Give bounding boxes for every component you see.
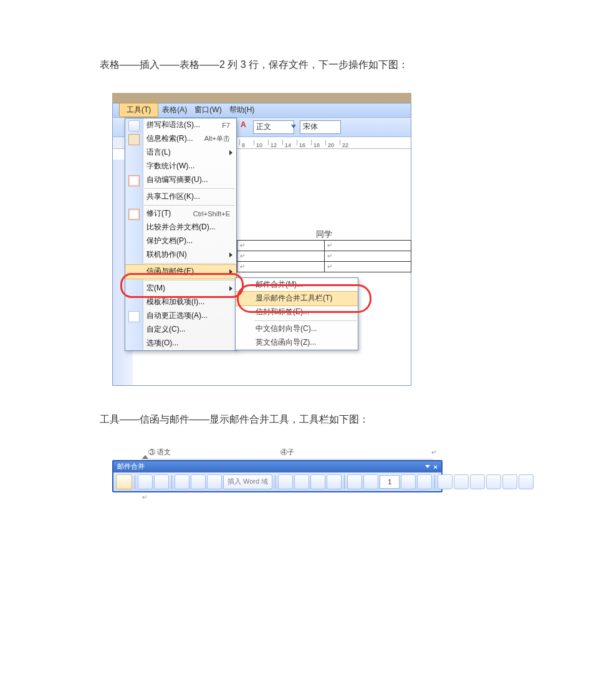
letters-submenu: 邮件合并(M)... 显示邮件合并工具栏(T) 信封和标签(E)... 中文信封… bbox=[235, 277, 358, 350]
menu-item-label: 信封和标签(E)... bbox=[256, 307, 309, 317]
spelling-icon bbox=[128, 120, 140, 132]
menu-item-wordcount[interactable]: 字数统计(W)... bbox=[125, 160, 236, 173]
menu-item-shortcut: Alt+单击 bbox=[204, 134, 230, 143]
view-merged-data-button[interactable] bbox=[278, 474, 293, 489]
insert-word-field-dropdown[interactable]: 插入 Word 域 bbox=[223, 474, 272, 489]
table-cell: ↵ bbox=[324, 261, 411, 272]
menu-separator bbox=[144, 188, 235, 189]
submenu-arrow-icon bbox=[229, 286, 232, 291]
open-data-source-button[interactable] bbox=[138, 474, 153, 489]
match-fields-button[interactable] bbox=[310, 474, 325, 489]
recipients-button[interactable] bbox=[154, 474, 169, 489]
ruler-ticks: 6 8 10 12 14 16 18 20 22 bbox=[225, 137, 411, 148]
find-entry-button[interactable] bbox=[438, 474, 453, 489]
menu-tools[interactable]: 工具(T) bbox=[119, 103, 158, 117]
menu-separator bbox=[254, 320, 357, 321]
mail-merge-toolbar[interactable]: 邮件合并 × 插入 Word 域 1 bbox=[112, 460, 443, 492]
merge-to-fax-button[interactable] bbox=[519, 474, 534, 489]
screenshot-menu: 工具(T) 表格(A) 窗口(W) 帮助(H) A 正文 宋体 6 8 10 1… bbox=[112, 93, 411, 386]
pilcrow-icon: ↵ bbox=[327, 252, 332, 259]
menu-item-label: 自定义(C)... bbox=[146, 324, 186, 335]
menu-item-label: 选项(O)... bbox=[146, 338, 178, 348]
submenu-arrow-icon bbox=[229, 252, 232, 257]
style-selector[interactable]: 正文 bbox=[253, 120, 294, 134]
table-cell: ↵ bbox=[237, 261, 325, 272]
menu-item-protect[interactable]: 保护文档(P)... bbox=[125, 234, 236, 248]
circled-number: ③ bbox=[148, 448, 155, 456]
pilcrow-icon: ↵ bbox=[240, 252, 245, 259]
submenu-arrow-icon bbox=[229, 269, 232, 274]
menu-item-label: 语言(L) bbox=[146, 147, 171, 158]
menu-item-options[interactable]: 选项(O)... bbox=[125, 337, 236, 350]
menu-item-shared[interactable]: 共享工作区(K)... bbox=[125, 190, 236, 204]
menu-item-autocorrect[interactable]: 自动更正选项(A)... bbox=[125, 309, 236, 323]
document-table-preview: 同学 ↵↵ ↵↵ ↵↵ bbox=[237, 229, 411, 272]
font-color-icon[interactable]: A bbox=[241, 120, 246, 129]
menu-item-label: 信息检索(R)... bbox=[146, 133, 193, 144]
submenu-item-envelopes[interactable]: 信封和标签(E)... bbox=[236, 305, 358, 319]
ruler-label-text: 语文 bbox=[157, 448, 171, 456]
menu-table[interactable]: 表格(A) bbox=[158, 103, 191, 117]
menu-item-shortcut: F7 bbox=[222, 122, 230, 129]
menu-item-label: 联机协作(N) bbox=[146, 249, 187, 260]
menu-item-track[interactable]: 修订(T) Ctrl+Shift+E bbox=[125, 207, 236, 221]
merge-to-email-button[interactable] bbox=[502, 474, 517, 489]
menu-separator bbox=[144, 280, 235, 280]
first-record-button[interactable] bbox=[347, 474, 362, 489]
ruler-label: ③ 语文 bbox=[148, 448, 171, 457]
pilcrow-icon: ↵ bbox=[327, 263, 332, 270]
pilcrow-icon: ↵ bbox=[240, 242, 245, 249]
menu-help[interactable]: 帮助(H) bbox=[226, 103, 259, 117]
merge-to-printer-button[interactable] bbox=[486, 474, 501, 489]
menu-item-autosummary[interactable]: 自动编写摘要(U)... bbox=[125, 173, 236, 187]
table-header-text: 同学 bbox=[237, 229, 411, 240]
menu-item-macro[interactable]: 宏(M) bbox=[125, 282, 236, 295]
menu-item-language[interactable]: 语言(L) bbox=[125, 146, 236, 160]
insert-greeting-button[interactable] bbox=[191, 474, 206, 489]
menu-item-addins[interactable]: 模板和加载项(I)... bbox=[125, 295, 236, 309]
ruler-tick-label: 22 bbox=[342, 142, 348, 148]
submenu-item-cn-envelope-wizard[interactable]: 中文信封向导(C)... bbox=[236, 322, 358, 336]
setup-main-document-button[interactable] bbox=[116, 474, 132, 489]
pilcrow-icon: ↵ bbox=[327, 242, 332, 249]
track-changes-icon bbox=[128, 209, 140, 220]
menu-tools-label: 工具(T) bbox=[123, 103, 155, 116]
menu-separator bbox=[144, 205, 235, 206]
next-record-button[interactable] bbox=[401, 474, 416, 489]
font-selector[interactable]: 宋体 bbox=[300, 120, 341, 134]
highlight-fields-button[interactable] bbox=[294, 474, 309, 489]
submenu-item-mail-merge[interactable]: 邮件合并(M)... bbox=[236, 278, 358, 292]
record-number-input[interactable]: 1 bbox=[380, 475, 400, 489]
menu-item-label: 信函与邮件(E) bbox=[146, 266, 194, 277]
menu-item-label: 字数统计(W)... bbox=[146, 161, 194, 171]
caption-2: 工具——信函与邮件——显示邮件合并工具，工具栏如下图： bbox=[100, 411, 489, 429]
propagate-labels-button[interactable] bbox=[327, 474, 342, 489]
menu-item-online[interactable]: 联机协作(N) bbox=[125, 248, 236, 262]
insert-merge-field-button[interactable] bbox=[207, 474, 222, 489]
toolbar-separator bbox=[275, 475, 275, 489]
toolbar-options-caret-icon[interactable] bbox=[425, 465, 430, 468]
toolbar-title-bar[interactable]: 邮件合并 × bbox=[113, 461, 441, 472]
submenu-arrow-icon bbox=[229, 150, 232, 155]
prev-record-button[interactable] bbox=[363, 474, 378, 489]
submenu-item-show-mailmerge-toolbar[interactable]: 显示邮件合并工具栏(T) bbox=[236, 291, 358, 306]
merge-to-new-doc-button[interactable] bbox=[470, 474, 485, 489]
ruler-tick-label: 16 bbox=[299, 142, 305, 148]
menu-item-label: 修订(T) bbox=[146, 208, 171, 219]
menu-item-compare[interactable]: 比较并合并文档(D)... bbox=[125, 221, 236, 234]
menu-item-label: 显示邮件合并工具栏(T) bbox=[256, 293, 332, 304]
check-errors-button[interactable] bbox=[454, 474, 469, 489]
menu-item-research[interactable]: 信息检索(R)... Alt+单击 bbox=[125, 132, 236, 146]
menu-item-label: 英文信函向导(Z)... bbox=[256, 337, 316, 348]
ruler-tick-label: 18 bbox=[314, 142, 320, 148]
last-record-button[interactable] bbox=[417, 474, 432, 489]
insert-address-block-button[interactable] bbox=[175, 474, 189, 489]
table-cell: ↵ bbox=[324, 251, 411, 261]
menu-item-customize[interactable]: 自定义(C)... bbox=[125, 323, 236, 337]
submenu-item-en-letter-wizard[interactable]: 英文信函向导(Z)... bbox=[236, 336, 358, 350]
toolbar-separator bbox=[135, 475, 135, 489]
menu-item-letters-and-mailings[interactable]: 信函与邮件(E) bbox=[125, 264, 236, 279]
menu-window[interactable]: 窗口(W) bbox=[191, 103, 225, 117]
close-icon[interactable]: × bbox=[434, 463, 438, 471]
menu-item-spelling[interactable]: 拼写和语法(S)... F7 bbox=[125, 118, 236, 132]
